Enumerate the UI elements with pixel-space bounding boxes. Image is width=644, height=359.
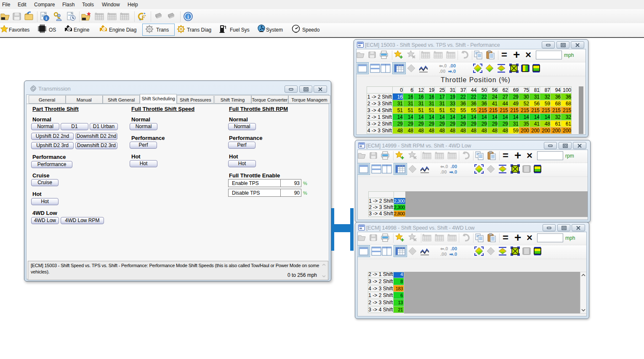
svg-text:F: F	[142, 15, 145, 21]
svg-text:i: i	[46, 16, 47, 21]
